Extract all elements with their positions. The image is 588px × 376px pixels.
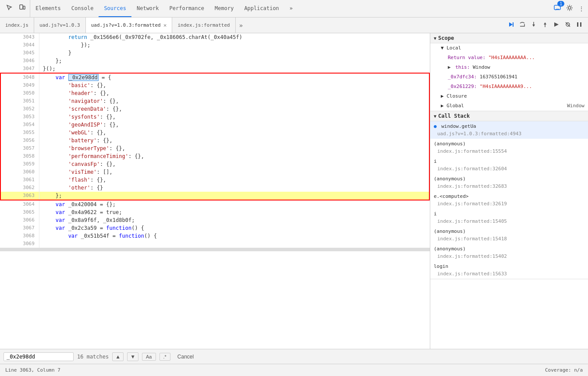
step-over-btn[interactable] xyxy=(517,20,528,31)
call-stack-frame[interactable]: iindex.js:formatted:32604 xyxy=(430,156,588,174)
global-arrow-icon: ▶ xyxy=(441,103,446,109)
tab-elements[interactable]: Elements xyxy=(30,0,66,17)
call-stack-header[interactable]: ▼ Call Stack xyxy=(430,111,588,121)
table-row[interactable]: 3063 }; xyxy=(0,192,429,200)
tab-performance[interactable]: Performance xyxy=(164,0,209,17)
table-row[interactable]: 3053 'sysfonts': {}, xyxy=(0,113,429,121)
tab-network[interactable]: Network xyxy=(131,0,164,17)
main-layout: 3043 return _0x1566e6(_0x9702fe, _0x1860… xyxy=(0,33,588,349)
line-content: var _0x2c3a59 = function() { xyxy=(39,224,429,232)
tab-memory[interactable]: Memory xyxy=(209,0,239,17)
search-bar: 16 matches ▲ ▼ Aa .* Cancel xyxy=(0,349,588,364)
table-row[interactable]: 3068 var _0x51b54f = function() { xyxy=(0,232,429,240)
table-row[interactable]: 3048 var _0x2e98dd = { xyxy=(0,73,429,81)
scope-arrow-icon: ▼ xyxy=(434,36,436,41)
code-panel[interactable]: 3043 return _0x1566e6(_0x9702fe, _0x1860… xyxy=(0,33,430,349)
device-toggle-icon[interactable] xyxy=(17,3,27,14)
table-row[interactable]: 3055 'webGL': {}, xyxy=(0,129,429,137)
call-stack-frame[interactable]: loginindex.js:formatted:15633 xyxy=(430,261,588,279)
svg-point-3 xyxy=(568,7,571,9)
return-value-item: Return value: "H4sIAAAAAAAA... xyxy=(430,53,588,63)
closure-section: ▶ Closure xyxy=(430,91,588,101)
search-input[interactable] xyxy=(4,352,74,361)
debug-controls xyxy=(502,20,588,31)
file-tab-index-js[interactable]: index.js xyxy=(0,18,34,33)
call-stack-frame[interactable]: iindex.js:formatted:15405 xyxy=(430,209,588,226)
line-number: 3043 xyxy=(0,33,39,41)
more-options-icon[interactable]: ⋮ xyxy=(577,4,586,14)
table-row[interactable]: 3067 var _0x2c3a59 = function() { xyxy=(0,224,429,232)
closure-header[interactable]: ▶ Closure xyxy=(430,91,588,101)
line-content xyxy=(39,240,429,248)
call-stack-frame[interactable]: (anonymous)index.js:formatted:15554 xyxy=(430,139,588,156)
closure-arrow-icon: ▶ xyxy=(441,93,446,99)
table-row[interactable]: 3047}(); xyxy=(0,65,429,73)
case-sensitive-btn[interactable]: Aa xyxy=(142,353,156,361)
close-tab-icon[interactable]: × xyxy=(163,22,167,28)
table-row[interactable]: 3060 'visTime': [], xyxy=(0,168,429,176)
call-stack-title: Call Stack xyxy=(438,113,470,119)
svg-marker-9 xyxy=(544,22,546,25)
call-stack-frame[interactable]: (anonymous)index.js:formatted:32683 xyxy=(430,174,588,191)
table-row[interactable]: 3059 'canvasFp': {}, xyxy=(0,160,429,168)
line-content: 'screenData': {}, xyxy=(39,105,429,113)
this-item[interactable]: ▶ this: Window xyxy=(430,63,588,72)
table-row[interactable]: 3058 'performanceTiming': {}, xyxy=(0,152,429,160)
cancel-search-btn[interactable]: Cancel xyxy=(174,353,197,361)
message-icon[interactable]: 1 xyxy=(552,3,563,14)
svg-rect-0 xyxy=(20,5,23,9)
tab-sources[interactable]: Sources xyxy=(99,0,131,17)
table-row[interactable]: 3043 return _0x1566e6(_0x9702fe, _0x1860… xyxy=(0,33,429,41)
table-row[interactable]: 3057 'browserType': {}, xyxy=(0,144,429,152)
pause-exceptions-btn[interactable] xyxy=(574,20,584,31)
line-number: 3052 xyxy=(0,105,39,113)
step-into-btn[interactable] xyxy=(528,20,539,31)
line-content: }); xyxy=(39,41,429,49)
regex-btn[interactable]: .* xyxy=(159,353,170,361)
table-row[interactable]: 3049 'basic': {}, xyxy=(0,81,429,89)
step-btn[interactable] xyxy=(551,20,562,31)
step-out-btn[interactable] xyxy=(540,20,550,31)
scope-header[interactable]: ▼ Scope xyxy=(430,33,588,43)
table-row[interactable]: 3069 xyxy=(0,240,429,248)
table-row[interactable]: 3050 'header': {}, xyxy=(0,89,429,97)
table-row[interactable]: 3044 }); xyxy=(0,41,429,49)
table-row[interactable]: 3066 var _0x8a9f6f, _0x1d8b0f; xyxy=(0,216,429,224)
table-row[interactable]: 3046 }; xyxy=(0,57,429,65)
svg-rect-5 xyxy=(513,22,514,27)
call-stack-frame[interactable]: (anonymous)index.js:formatted:15402 xyxy=(430,244,588,261)
closure-label: Closure xyxy=(446,93,467,99)
table-row[interactable]: 3051 'navigator': {}, xyxy=(0,97,429,105)
call-stack-frame[interactable]: ● window.getUauad.js?v=1.0.3:formatted:4… xyxy=(430,121,588,139)
horizontal-scrollbar[interactable] xyxy=(0,248,430,251)
table-row[interactable]: 3062 'other': {} xyxy=(0,184,429,192)
table-row[interactable]: 3065 var _0x4a9622 = true; xyxy=(0,208,429,216)
file-tab-uad-js[interactable]: uad.js?v=1.0.3 xyxy=(34,18,86,33)
deactivate-breakpoints-btn[interactable] xyxy=(563,20,573,31)
table-row[interactable]: 3061 'flash': {}, xyxy=(0,176,429,184)
local-header[interactable]: ▼ Local xyxy=(430,43,588,53)
call-stack-frame[interactable]: e.<computed>index.js:formatted:32619 xyxy=(430,191,588,209)
table-row[interactable]: 3052 'screenData': {}, xyxy=(0,105,429,113)
scope-section: ▼ Scope ▼ Local Return value: "H4sIAAAAA… xyxy=(430,33,588,111)
file-tabs-more[interactable]: » xyxy=(236,22,246,29)
resume-btn[interactable] xyxy=(506,20,516,31)
table-row[interactable]: 3045 } xyxy=(0,49,429,57)
table-row[interactable]: 3064 var _0x420004 = {}; xyxy=(0,200,429,208)
line-number: 3044 xyxy=(0,41,39,49)
inspect-icon[interactable] xyxy=(4,3,15,14)
tab-console[interactable]: Console xyxy=(66,0,99,17)
file-tab-index-formatted[interactable]: index.js:formatted xyxy=(172,18,235,33)
line-content: }(); xyxy=(39,65,429,73)
call-stack-frame[interactable]: (anonymous)index.js:formatted:15418 xyxy=(430,226,588,244)
settings-icon[interactable] xyxy=(564,3,575,14)
next-match-btn[interactable]: ▼ xyxy=(127,352,138,361)
file-tab-uad-formatted[interactable]: uad.js?v=1.0.3:formatted × xyxy=(86,18,173,33)
tab-more[interactable]: » xyxy=(284,0,298,17)
line-content: 'visTime': [], xyxy=(39,168,429,176)
table-row[interactable]: 3056 'battery': {}, xyxy=(0,137,429,144)
prev-match-btn[interactable]: ▲ xyxy=(112,352,124,361)
table-row[interactable]: 3054 'geoAndISP': {}, xyxy=(0,121,429,129)
global-header[interactable]: ▶ Global Window xyxy=(430,101,588,111)
tab-application[interactable]: Application xyxy=(239,0,284,17)
